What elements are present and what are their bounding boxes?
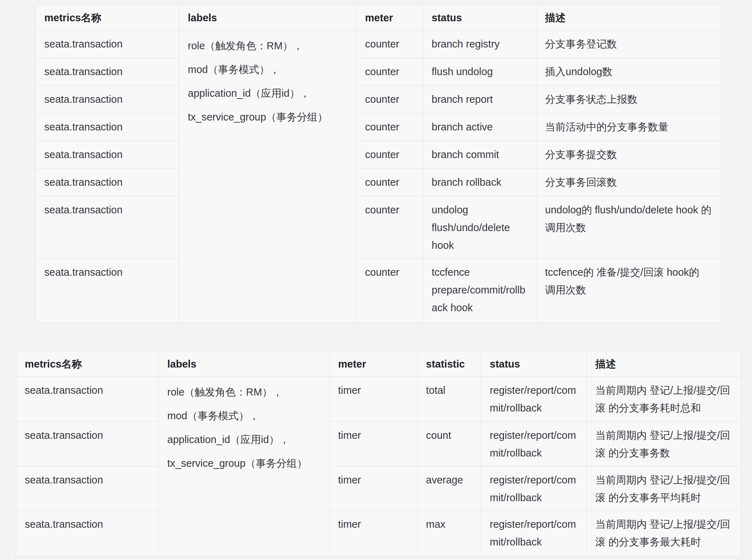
label-line: application_id（应用id）， xyxy=(188,82,348,105)
timer-metrics-table: metrics名称 labels meter statistic status … xyxy=(16,351,741,556)
counter-metrics-table: metrics名称 labels meter status 描述 seata.t… xyxy=(35,5,721,323)
cell-statistic: max xyxy=(417,511,481,556)
header-labels: labels xyxy=(159,351,330,377)
table-header-row: metrics名称 labels meter status 描述 xyxy=(36,5,721,30)
header-description: 描述 xyxy=(537,5,721,30)
cell-status: branch rollback xyxy=(423,169,537,196)
table-row: seata.transaction counter branch rollbac… xyxy=(36,169,721,196)
label-line: tx_service_group（事务分组） xyxy=(167,452,321,475)
table-row: seata.transaction timer average register… xyxy=(16,466,741,511)
cell-meter: counter xyxy=(357,86,423,113)
cell-labels: role（触发角色：RM）， mod（事务模式）， application_id… xyxy=(159,377,330,556)
cell-description: 分支事务登记数 xyxy=(537,30,721,58)
cell-metrics-name: seata.transaction xyxy=(36,113,179,141)
cell-meter: counter xyxy=(357,196,423,259)
table-row: seata.transaction role（触发角色：RM）， mod（事务模… xyxy=(36,30,721,58)
cell-statistic: count xyxy=(417,422,481,466)
cell-statistic: total xyxy=(417,377,481,422)
header-metrics-name: metrics名称 xyxy=(36,5,179,30)
table-row: seata.transaction role（触发角色：RM）， mod（事务模… xyxy=(16,377,741,422)
cell-status: register/report/commit/rollback xyxy=(481,377,587,422)
cell-meter: counter xyxy=(357,113,423,141)
cell-status: flush undolog xyxy=(423,58,537,86)
label-line: role（触发角色：RM）， xyxy=(188,34,348,58)
header-statistic: statistic xyxy=(417,351,481,377)
cell-status: register/report/commit/rollback xyxy=(481,511,587,556)
cell-metrics-name: seata.transaction xyxy=(16,377,159,422)
cell-meter: counter xyxy=(357,30,423,58)
cell-meter: timer xyxy=(330,422,417,466)
cell-metrics-name: seata.transaction xyxy=(36,30,179,58)
cell-statistic: average xyxy=(417,466,481,511)
cell-description: 当前周期内 登记/上报/提交/回滚 的分支事务平均耗时 xyxy=(587,466,741,511)
cell-metrics-name: seata.transaction xyxy=(36,169,179,196)
header-meter: meter xyxy=(330,351,417,377)
cell-description: 分支事务提交数 xyxy=(537,141,721,169)
cell-meter: timer xyxy=(330,511,417,556)
cell-metrics-name: seata.transaction xyxy=(36,58,179,86)
cell-metrics-name: seata.transaction xyxy=(36,86,179,113)
table-row: seata.transaction counter branch active … xyxy=(36,113,721,141)
cell-status: tccfence prepare/commit/rollback hook xyxy=(423,259,537,323)
cell-description: 分支事务状态上报数 xyxy=(537,86,721,113)
cell-status: register/report/commit/rollback xyxy=(481,422,587,466)
table-row: seata.transaction counter flush undolog … xyxy=(36,58,721,86)
header-labels: labels xyxy=(179,5,357,30)
cell-meter: counter xyxy=(357,169,423,196)
cell-description: 当前活动中的分支事务数量 xyxy=(537,113,721,141)
cell-description: tccfence的 准备/提交/回滚 hook的 调用次数 xyxy=(537,259,721,323)
cell-description: 当前周期内 登记/上报/提交/回滚 的分支事务数 xyxy=(587,422,741,466)
table-header-row: metrics名称 labels meter statistic status … xyxy=(16,351,741,377)
label-line: tx_service_group（事务分组） xyxy=(188,105,348,129)
cell-meter: counter xyxy=(357,141,423,169)
cell-meter: counter xyxy=(357,259,423,323)
cell-status: register/report/commit/rollback xyxy=(481,466,587,511)
header-metrics-name: metrics名称 xyxy=(16,351,159,377)
table-row: seata.transaction timer count register/r… xyxy=(16,422,741,466)
cell-meter: counter xyxy=(357,58,423,86)
table-row: seata.transaction counter tccfence prepa… xyxy=(36,259,721,323)
cell-meter: timer xyxy=(330,377,417,422)
header-description: 描述 xyxy=(587,351,741,377)
cell-metrics-name: seata.transaction xyxy=(16,466,159,511)
label-line: mod（事务模式）， xyxy=(167,404,321,428)
cell-status: branch commit xyxy=(423,141,537,169)
cell-status: branch report xyxy=(423,86,537,113)
cell-labels: role（触发角色：RM）， mod（事务模式）， application_id… xyxy=(179,30,357,323)
label-line: application_id（应用id）， xyxy=(167,428,321,452)
label-line: mod（事务模式）， xyxy=(188,58,348,82)
label-line: role（触发角色：RM）， xyxy=(167,380,321,404)
cell-status: branch active xyxy=(423,113,537,141)
cell-description: 分支事务回滚数 xyxy=(537,169,721,196)
cell-metrics-name: seata.transaction xyxy=(36,141,179,169)
table-row: seata.transaction counter undolog flush/… xyxy=(36,196,721,259)
cell-status: branch registry xyxy=(423,30,537,58)
cell-metrics-name: seata.transaction xyxy=(36,196,179,259)
header-status: status xyxy=(423,5,537,30)
cell-description: undolog的 flush/undo/delete hook 的调用次数 xyxy=(537,196,721,259)
header-status: status xyxy=(481,351,587,377)
cell-status: undolog flush/undo/delete hook xyxy=(423,196,537,259)
cell-metrics-name: seata.transaction xyxy=(16,511,159,556)
cell-description: 插入undolog数 xyxy=(537,58,721,86)
cell-meter: timer xyxy=(330,466,417,511)
cell-metrics-name: seata.transaction xyxy=(36,259,179,323)
cell-description: 当前周期内 登记/上报/提交/回滚 的分支事务最大耗时 xyxy=(587,511,741,556)
header-meter: meter xyxy=(357,5,423,30)
table-row: seata.transaction counter branch report … xyxy=(36,86,721,113)
cell-description: 当前周期内 登记/上报/提交/回滚 的分支事务耗时总和 xyxy=(587,377,741,422)
table-row: seata.transaction timer max register/rep… xyxy=(16,511,741,556)
metrics-doc-page: metrics名称 labels meter status 描述 seata.t… xyxy=(0,5,752,556)
cell-metrics-name: seata.transaction xyxy=(16,422,159,466)
table-row: seata.transaction counter branch commit … xyxy=(36,141,721,169)
